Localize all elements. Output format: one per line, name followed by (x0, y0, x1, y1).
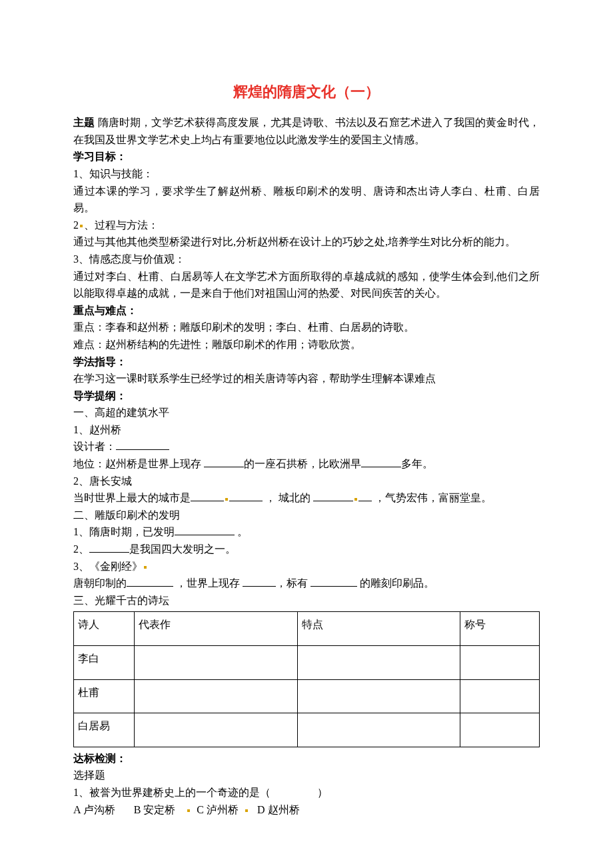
status-c: 多年。 (401, 458, 433, 469)
fill-blank[interactable] (361, 456, 401, 467)
method-heading: 学法指导： (73, 353, 540, 371)
cell-works[interactable] (134, 713, 297, 747)
objective-2-body: 通过与其他其他类型桥梁进行对比,分析赵州桥在设计上的巧妙之处,培养学生对比分析的… (73, 233, 540, 251)
section-2-heading: 二、雕版印刷术的发明 (73, 507, 540, 524)
status-line: 地位：赵州桥是世界上现存 的一座石拱桥，比欧洲早多年。 (73, 455, 540, 473)
objective-3-body: 通过对李白、杜甫、白居易等人在文学艺术方面所取得的卓越成就的感知，使学生体会到,… (73, 268, 540, 302)
s2-3b-b: ，世界上现存 (173, 577, 243, 589)
s2-3b-a: 唐朝印制的 (73, 577, 127, 589)
designer-label: 设计者： (73, 441, 116, 452)
fill-blank[interactable] (310, 575, 357, 587)
fill-blank[interactable] (127, 575, 173, 587)
s2-3b-c: ，标有 (276, 577, 310, 589)
s2-item-3: 3、《金刚经》 (73, 558, 540, 575)
test-heading: 达标检测： (73, 750, 540, 767)
obj2-num: 2 (73, 219, 79, 231)
difficulty-text: 难点：赵州桥结构的先进性；雕版印刷术的作用；诗歌欣赏。 (73, 336, 540, 353)
dot-marker-icon (354, 498, 357, 501)
changan-line: 当时世界上最大的城市是 ， 城北的 ，气势宏伟，富丽堂皇。 (73, 489, 540, 507)
s2-3b-d: 的雕刻印刷品。 (357, 577, 434, 589)
keypoint-text: 重点：李春和赵州桥；雕版印刷术的发明；李白、杜甫、白居易的诗歌。 (73, 319, 540, 336)
page-title: 辉煌的隋唐文化（一） (73, 80, 540, 103)
section-1-heading: 一、高超的建筑水平 (73, 404, 540, 421)
th-title: 称号 (460, 612, 540, 646)
cell-poet: 李白 (74, 646, 135, 680)
opt-a[interactable]: A 卢沟桥 (73, 804, 115, 815)
cell-features[interactable] (297, 713, 460, 747)
keydiff-heading: 重点与难点： (73, 302, 540, 319)
table-row: 李白 (74, 646, 540, 680)
objectives-heading: 学习目标： (73, 148, 540, 165)
s2-2-b: 是我国四大发明之一。 (129, 543, 236, 555)
fill-blank[interactable] (313, 490, 353, 501)
th-poet: 诗人 (74, 612, 135, 646)
objective-3-head: 3、情感态度与价值观： (73, 251, 540, 268)
cell-title[interactable] (460, 646, 540, 680)
cell-works[interactable] (134, 679, 297, 713)
s2-2-a: 2、 (73, 543, 89, 555)
designer-line: 设计者： (73, 438, 540, 455)
fill-blank[interactable] (204, 456, 244, 467)
status-a: 地位：赵州桥是世界上现存 (73, 458, 204, 469)
changan-a: 当时世界上最大的城市是 (73, 492, 191, 503)
cell-features[interactable] (297, 646, 460, 680)
question-1-options: A 卢沟桥 B 安定桥 C 泸州桥 D 赵州桥 (73, 801, 540, 819)
table-row: 杜甫 (74, 679, 540, 713)
fill-blank[interactable] (243, 575, 276, 587)
dot-marker-icon (144, 566, 147, 569)
s2-1-b: 。 (235, 526, 248, 537)
obj2-tail: 、过程与方法： (84, 219, 159, 231)
section-3-heading: 三、光耀千古的诗坛 (73, 592, 540, 609)
theme-text: 隋唐时期，文学艺术获得高度发展，尤其是诗歌、书法以及石窟艺术进入了我国的黄金时代… (73, 117, 540, 145)
s2-item-3-body: 唐朝印制的 ，世界上现存 ，标有 的雕刻印刷品。 (73, 575, 540, 592)
theme-label: 主题 (73, 117, 95, 128)
status-b: 的一座石拱桥，比欧洲早 (244, 458, 361, 469)
question-1: 1、被誉为世界建桥史上的一个奇迹的是（） (73, 784, 540, 801)
theme-para: 主题 隋唐时期，文学艺术获得高度发展，尤其是诗歌、书法以及石窟艺术进入了我国的黄… (73, 114, 540, 148)
cell-title[interactable] (460, 679, 540, 713)
section-1-item-2: 2、唐长安城 (73, 473, 540, 490)
q1-end: ） (317, 787, 328, 798)
dot-marker-icon (187, 809, 190, 812)
fill-blank[interactable] (175, 524, 235, 535)
poet-table: 诗人 代表作 特点 称号 李白 杜甫 白居易 (73, 611, 540, 747)
changan-b: ， 城北的 (263, 492, 313, 503)
opt-c[interactable]: C 泸州桥 (197, 804, 239, 815)
dot-marker-icon (80, 225, 83, 227)
objective-2-head: 2、过程与方法： (73, 217, 540, 234)
changan-c: ，气势宏伟，富丽堂皇。 (372, 492, 492, 503)
s2-3-a: 3、《金刚经》 (73, 561, 143, 572)
cell-features[interactable] (297, 679, 460, 713)
cell-poet: 白居易 (74, 713, 135, 747)
s2-1-a: 1、隋唐时期，已发明 (73, 526, 175, 537)
table-row: 白居易 (74, 713, 540, 747)
table-header-row: 诗人 代表作 特点 称号 (74, 612, 540, 646)
document-page: 辉煌的隋唐文化（一） 主题 隋唐时期，文学艺术获得高度发展，尤其是诗歌、书法以及… (0, 0, 613, 868)
th-features: 特点 (297, 612, 460, 646)
th-works: 代表作 (134, 612, 297, 646)
s2-item-1: 1、隋唐时期，已发明 。 (73, 523, 540, 541)
fill-blank[interactable] (89, 541, 129, 553)
s2-item-2: 2、是我国四大发明之一。 (73, 541, 540, 558)
objective-1-body: 通过本课的学习，要求学生了解赵州桥、雕板印刷术的发明、唐诗和杰出诗人李白、杜甫、… (73, 183, 540, 217)
fill-blank[interactable] (358, 490, 372, 501)
fill-blank[interactable] (191, 490, 224, 501)
objective-1-head: 1、知识与技能： (73, 165, 540, 183)
fill-blank[interactable] (116, 439, 169, 450)
dot-marker-icon (225, 498, 228, 501)
section-1-item-1: 1、赵州桥 (73, 421, 540, 439)
method-body: 在学习这一课时联系学生已经学过的相关唐诗等内容，帮助学生理解本课难点 (73, 370, 540, 387)
opt-b[interactable]: B 安定桥 (134, 804, 176, 815)
cell-works[interactable] (134, 646, 297, 680)
q1-stem: 1、被誉为世界建桥史上的一个奇迹的是（ (73, 787, 271, 798)
cell-poet: 杜甫 (74, 679, 135, 713)
dot-marker-icon (245, 809, 248, 812)
opt-d[interactable]: D 赵州桥 (257, 804, 300, 815)
test-type: 选择题 (73, 767, 540, 784)
cell-title[interactable] (460, 713, 540, 747)
outline-heading: 导学提纲： (73, 387, 540, 405)
fill-blank[interactable] (229, 490, 263, 501)
